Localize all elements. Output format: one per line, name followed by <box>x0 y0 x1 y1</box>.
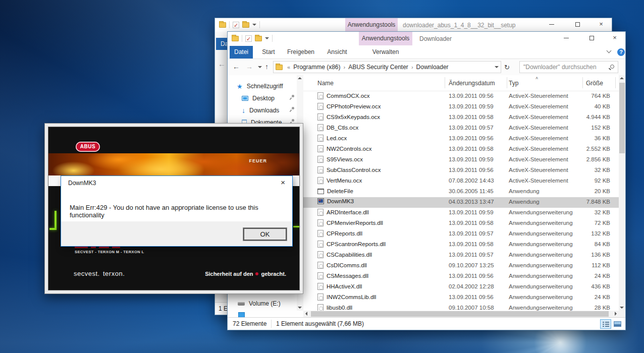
table-row[interactable]: INW2CommsLib.dll13.09.2011 09:56Anwendun… <box>303 292 619 303</box>
folder-icon[interactable] <box>242 22 249 28</box>
back-arrow-icon[interactable]: ← <box>233 63 240 71</box>
breadcrumb-item[interactable]: Programme (x86) <box>292 64 341 71</box>
scrollbar-corner <box>619 311 625 317</box>
folder-icon[interactable] <box>232 36 239 41</box>
thumbnails-view-button[interactable] <box>612 319 623 329</box>
table-row[interactable]: S95Views.ocx13.09.2011 09:59ActiveX-Steu… <box>303 155 619 165</box>
sidebar-item-volume-e[interactable]: Volume (E:) <box>238 298 281 309</box>
tab-freigeben[interactable]: Freigeben <box>283 46 318 58</box>
window-title: Downloader <box>419 35 452 42</box>
context-tab-anwendungstools[interactable]: Anwendungstools <box>345 18 398 32</box>
sidebar-item-quick-access[interactable]: ★ Schnellzugriff <box>237 81 283 92</box>
qat-dropdown-icon[interactable] <box>252 24 256 26</box>
back-titlebar[interactable]: ✓ Anwendungstools downloader_abus_1_4_8_… <box>215 18 612 32</box>
column-header-date[interactable]: Änderungsdatum <box>449 80 495 87</box>
refresh-icon[interactable]: ↻ <box>504 64 510 71</box>
file-list-vscrollbar[interactable] <box>619 75 625 311</box>
search-icon[interactable] <box>610 65 614 69</box>
file-date: 13.09.2011 09:59 <box>449 209 494 215</box>
close-button[interactable]: × <box>594 18 609 31</box>
ribbon-collapse-icon[interactable] <box>607 48 612 53</box>
forward-arrow-icon[interactable]: → <box>246 63 253 71</box>
sidebar-item-downloads[interactable]: ↓ Downloads <box>242 105 279 116</box>
tab-ansicht[interactable]: Ansicht <box>323 46 352 58</box>
back-arrow-icon[interactable]: ← <box>218 60 226 68</box>
folder-icon[interactable] <box>219 22 226 28</box>
file-size: 7.848 KB <box>586 199 610 205</box>
file-list-rows: CommsOCX.ocx13.09.2011 09:56ActiveX-Steu… <box>303 91 619 311</box>
table-row[interactable]: CPReports.dll13.09.2011 09:57Anwendungse… <box>303 229 619 240</box>
ocx-file-icon <box>317 135 324 142</box>
search-input[interactable]: "Downloader" durchsuchen <box>519 61 618 73</box>
table-row[interactable]: NW2Controls.ocx13.09.2011 09:58ActiveX-S… <box>303 144 619 155</box>
breadcrumb-separator: › <box>341 64 347 70</box>
close-button[interactable]: × <box>607 32 622 45</box>
table-row[interactable]: ARDInterface.dll13.09.2011 09:59Anwendun… <box>303 208 619 218</box>
file-name: VertMenu.ocx <box>327 178 362 184</box>
hscroll-thumb[interactable] <box>311 311 609 317</box>
column-header-size[interactable]: Größe <box>586 80 603 87</box>
maximize-button[interactable] <box>570 18 585 31</box>
scroll-right-icon[interactable] <box>615 312 617 316</box>
dll-file-icon <box>317 272 324 279</box>
tab-start[interactable]: Start <box>257 46 280 58</box>
nav-history-dropdown-icon[interactable] <box>258 66 262 68</box>
tab-verwalten[interactable]: Verwalten <box>363 46 408 58</box>
minimize-button[interactable] <box>559 32 574 45</box>
column-header-name[interactable]: Name <box>317 80 334 87</box>
scroll-down-icon[interactable] <box>620 307 624 309</box>
scroll-left-icon[interactable] <box>305 312 307 316</box>
table-row[interactable]: Led.ocx13.09.2011 09:56ActiveX-Steuerele… <box>303 134 619 144</box>
table-row[interactable]: VertMenu.ocx07.08.2002 14:43ActiveX-Steu… <box>303 176 619 187</box>
divider <box>272 35 273 42</box>
dll-file-icon <box>317 283 324 290</box>
maximize-button[interactable] <box>584 32 599 45</box>
front-titlebar[interactable]: ✓ Anwendungstools Downloader × <box>228 32 625 45</box>
table-row[interactable]: libusb0.dll09.10.2007 10:58Anwendungserw… <box>303 303 619 311</box>
scroll-up-icon[interactable] <box>620 77 624 79</box>
error-dialog[interactable]: DownMK3 × Main Err:429 - You do not have… <box>61 175 293 247</box>
table-row[interactable]: CommsOCX.ocx13.09.2011 09:56ActiveX-Steu… <box>303 91 619 102</box>
scroll-up-icon[interactable] <box>298 77 302 79</box>
up-arrow-icon[interactable]: ↑ <box>265 63 269 71</box>
table-row[interactable]: CPMenvierReports.dll13.09.2011 09:58Anwe… <box>303 218 619 229</box>
table-row[interactable]: CPPhotoPreview.ocx13.09.2011 09:59Active… <box>303 102 619 112</box>
close-icon[interactable]: × <box>281 179 285 186</box>
table-row[interactable]: CSMessages.dll13.09.2011 09:56Anwendungs… <box>303 271 619 282</box>
tab-datei[interactable]: Datei <box>230 46 253 58</box>
table-row[interactable]: DownMK304.03.2013 13:47Anwendung7.848 KB <box>303 197 619 208</box>
breadcrumb-item[interactable]: ABUS Security Center <box>347 64 409 71</box>
file-list-hscrollbar[interactable] <box>303 311 619 317</box>
divider <box>242 35 242 42</box>
details-view-button[interactable] <box>600 319 611 329</box>
scroll-down-icon[interactable] <box>298 307 302 309</box>
context-tab-anwendungstools[interactable]: Anwendungstools <box>359 32 412 45</box>
table-row[interactable]: CSCapabilities.dll13.09.2011 09:57Anwend… <box>303 250 619 261</box>
address-bar[interactable]: « Programme (x86) › ABUS Security Center… <box>273 61 501 73</box>
table-row[interactable]: CsDIComms.dll09.10.2007 13:25Anwendungse… <box>303 261 619 271</box>
file-size: 32 KB <box>595 167 610 173</box>
checkmark-icon[interactable]: ✓ <box>233 22 239 28</box>
table-row[interactable]: SubClassControl.ocx13.09.2011 09:56Activ… <box>303 165 619 176</box>
sidebar-item-desktop[interactable]: Desktop <box>242 93 275 104</box>
table-row[interactable]: CS9x5xKeypads.ocx13.09.2011 09:58ActiveX… <box>303 112 619 123</box>
help-icon[interactable]: ? <box>617 48 625 56</box>
column-header-type[interactable]: Typ <box>509 80 518 87</box>
status-item-count: 72 Elemente <box>233 320 266 327</box>
table-row[interactable]: DeleteFile30.06.2005 11:45Anwendung20 KB <box>303 187 619 197</box>
table-row[interactable]: DB_Ctls.ocx13.09.2011 09:57ActiveX-Steue… <box>303 123 619 134</box>
folder-icon[interactable] <box>255 36 262 41</box>
checkmark-icon[interactable]: ✓ <box>245 35 252 42</box>
minimize-button[interactable] <box>544 18 559 31</box>
file-name: ARDInterface.dll <box>327 209 369 215</box>
file-size: 132 KB <box>591 230 610 237</box>
qat-dropdown-icon[interactable] <box>265 37 269 39</box>
dll-file-icon <box>317 209 324 216</box>
vscroll-thumb[interactable] <box>619 83 625 153</box>
table-row[interactable]: CPScantronReports.dll13.09.2011 09:58Anw… <box>303 240 619 250</box>
table-row[interactable]: HHActiveX.dll02.04.2002 12:28Anwendungse… <box>303 282 619 292</box>
file-name: CommsOCX.ocx <box>327 93 370 99</box>
address-dropdown-icon[interactable] <box>495 66 499 68</box>
ok-button[interactable]: OK <box>243 227 287 241</box>
breadcrumb-item[interactable]: Downloader <box>415 64 450 71</box>
